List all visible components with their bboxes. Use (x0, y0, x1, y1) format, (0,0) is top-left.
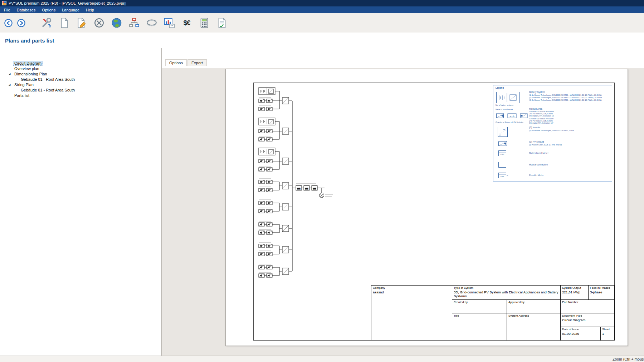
svg-text:a x b: a x b (509, 115, 514, 117)
tree-item-dimensioning-child[interactable]: Gebäude 01 - Roof Area South (0, 76, 161, 82)
forward-button[interactable] (16, 18, 26, 28)
feed-in-phases-value: 3-phase (590, 291, 614, 294)
legend-inverter-line: (1) 8x Huawei Technologies, SUN2000-25K-… (529, 129, 574, 132)
legend-inverter-icon (498, 127, 508, 137)
globe-icon (111, 17, 123, 29)
type-of-system-label: Type of System (454, 286, 559, 289)
blank-page-icon (58, 17, 70, 29)
part-number-label: Part Number (562, 301, 614, 304)
drawing-viewport[interactable]: kWh (162, 68, 644, 356)
legend-title: Legend (496, 86, 504, 89)
approved-by-label: Approved by (508, 301, 559, 304)
currency-icon: $€ (183, 19, 190, 27)
title-block-doctype-cell: Document Type Circuit Diagram (561, 313, 615, 327)
ellipse-ring-icon (146, 17, 158, 29)
tree-item-circuit-diagram[interactable]: Circuit Diagram (0, 60, 161, 66)
menu-options[interactable]: Options (39, 7, 59, 13)
title-block-output-cell: System Output 221,61 kWp (561, 286, 589, 300)
title-block-approved-cell: Approved by (507, 300, 561, 313)
legend-battery-line: (2) 2x Huawei Technologies, SUN2000-25K-… (529, 96, 602, 99)
circle-x-icon (93, 17, 105, 29)
menu-language[interactable]: Language (59, 7, 83, 13)
legend-module-area-line: Orientation 270°, Inclination 10° (529, 115, 554, 117)
legend-pv-module-line: (1) Heckert Solar, ZEUS 1.1 445, 445 Wp (529, 144, 562, 146)
title-block-title-cell: Title (452, 313, 507, 341)
edit-plan-button[interactable] (74, 16, 89, 30)
legend-bidirectional-meter-icon: kWh (498, 150, 506, 156)
legend-battery-heading: Battery System (529, 91, 545, 93)
tab-bar: Options Export (162, 48, 644, 68)
circuit-wiring (259, 88, 333, 277)
tab-export[interactable]: Export (187, 59, 207, 66)
page-title: Plans and parts list (0, 33, 644, 48)
tariffs-button[interactable]: $€ (180, 16, 194, 30)
legend-house-connection-icon (498, 162, 506, 168)
legend-quantity-caption: Quantity: a Strings x b PV Modules (496, 121, 528, 124)
tree-item-string-plan[interactable]: ◢ String Plan (0, 82, 161, 87)
cancel-project-button[interactable] (92, 16, 106, 30)
tools-icon (40, 17, 53, 29)
back-button[interactable] (4, 18, 13, 28)
date-of-issue-label: Date of Issue (562, 328, 599, 331)
legend-battery-line: (3) 2x Huawei Technologies, SUN2000-25K-… (529, 99, 602, 101)
drawing-sheet: kWh (225, 69, 628, 346)
company-label: Company (373, 286, 450, 289)
new-plan-button[interactable] (57, 16, 71, 30)
legend-battery-line: (1) 1x Huawei Technologies, SUN2000-25K-… (529, 94, 602, 96)
legend-bidirectional-meter-label: Bidirectional Meter (529, 152, 548, 154)
chart-envelope-icon (163, 17, 175, 29)
svg-text:kWh: kWh (501, 153, 504, 155)
tree-item-overview-plan[interactable]: Overview plan (0, 66, 161, 71)
menu-file[interactable]: File (1, 7, 14, 13)
calculator-button[interactable] (197, 16, 211, 30)
tree-item-dimensioning-plan[interactable]: ◢ Dimensioning Plan (0, 71, 161, 76)
title-block-part-cell: Part Number (561, 300, 615, 313)
title-block-created-cell: Created by (452, 300, 507, 313)
expander-icon[interactable]: ◢ (9, 83, 13, 86)
title-block-sheet-cell: Sheet 1 (601, 327, 615, 341)
calculator-icon (198, 17, 210, 29)
legend-house-connection-label: House connection (529, 163, 548, 166)
legend-pv-module-heading: (1) PV Module (529, 140, 544, 143)
horizon-shading-button[interactable] (145, 16, 159, 30)
title-block-type-cell: Type of System 3D, Grid-connected PV Sys… (452, 286, 561, 300)
title-block: Company asasad Type of System 3D, Grid-c… (371, 285, 615, 340)
tree-item-parts-list[interactable]: Parts list (0, 93, 161, 98)
3d-view-button[interactable] (109, 16, 124, 30)
status-bar: Zoom (Ctrl + mouse wheel) (0, 356, 644, 362)
menu-bar: File Databases Options Language Help (0, 6, 644, 13)
toolbar: $€ (0, 13, 644, 33)
legend-inverter-heading: (1) Inverter (529, 126, 541, 129)
forward-arrow-icon (16, 18, 26, 28)
system-diagram-button[interactable] (127, 16, 141, 30)
expander-icon[interactable]: ◢ (9, 73, 13, 75)
page-pencil-icon (75, 17, 88, 29)
diagram-legend: Legend No. of battery systems Battery Sy… (493, 85, 612, 182)
title-label: Title (454, 314, 505, 317)
type-of-system-value: 3D, Grid-connected PV System with Electr… (454, 291, 559, 298)
org-chart-icon (128, 17, 140, 29)
project-tools-button[interactable] (39, 16, 54, 30)
tree-item-string-plan-child[interactable]: Gebäude 01 - Roof Area South (0, 87, 161, 93)
content-area: Circuit Diagram Overview plan ◢ Dimensio… (0, 48, 644, 356)
menu-help[interactable]: Help (83, 7, 97, 13)
legend-feed-in-meter-label: Feed-in Meter (529, 174, 543, 177)
zoom-hint: Zoom (Ctrl + mouse wheel) (613, 357, 644, 361)
title-block-date-cell: Date of Issue 01.09.2025 (561, 327, 601, 341)
legend-module-area-heading: Module Area (529, 108, 542, 110)
title-block-company-cell: Company asasad (371, 286, 452, 341)
legend-module-area-icon: a x b (496, 112, 528, 120)
tab-options[interactable]: Options (165, 59, 187, 66)
back-arrow-icon (4, 18, 13, 28)
menu-databases[interactable]: Databases (14, 7, 39, 13)
app-icon (2, 1, 6, 5)
legend-pv-module-icon (498, 141, 507, 146)
sheet-value: 1 (602, 332, 614, 336)
title-block-address-cell: System Address (507, 313, 561, 341)
title-bar: PV*SOL premium 2025 (R8) - [PVSOL_Gewerb… (0, 0, 644, 6)
legend-battery-icon (496, 92, 520, 103)
system-output-value: 221,61 kWp (562, 291, 587, 294)
report-button[interactable] (215, 16, 229, 30)
plans-tree: Circuit Diagram Overview plan ◢ Dimensio… (0, 48, 162, 356)
send-results-button[interactable] (162, 16, 176, 30)
